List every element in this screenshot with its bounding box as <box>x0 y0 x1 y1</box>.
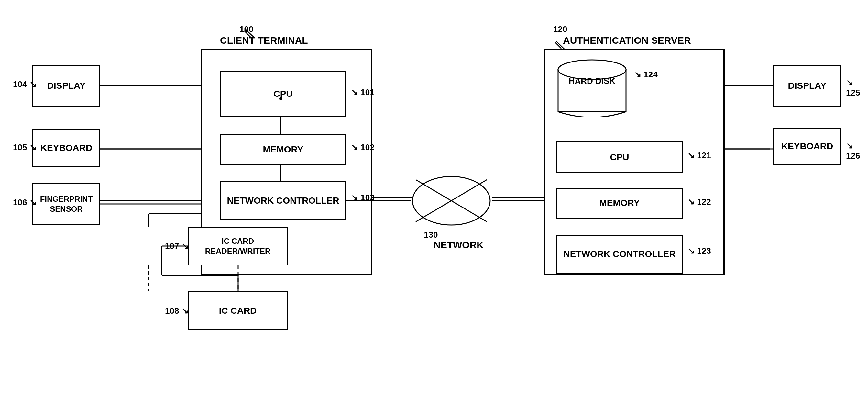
auth-display-ref: ↘ 125 <box>846 78 868 98</box>
client-nc-box: NETWORK CONTROLLER <box>220 181 346 220</box>
client-display-label: DISPLAY <box>47 80 86 92</box>
ic-card-rw-ref: 107 ↘ <box>165 241 189 251</box>
auth-server-label: AUTHENTICATION SERVER <box>563 35 691 46</box>
auth-nc-ref: ↘ 123 <box>687 246 711 256</box>
auth-memory-label: MEMORY <box>599 197 640 209</box>
client-cpu-ref: ↘ 101 <box>351 87 375 97</box>
connection-lines <box>0 0 868 394</box>
client-keyboard-ref: 105 ↘ <box>13 142 36 152</box>
client-fp-box: FINGERPRINT SENSOR <box>32 183 100 225</box>
client-display-box: DISPLAY <box>32 65 100 107</box>
client-cpu-label: CPU <box>273 88 292 100</box>
auth-server-ref: 120 <box>553 24 567 34</box>
client-nc-label: NETWORK CONTROLLER <box>227 195 339 206</box>
auth-nc-label: NETWORK CONTROLLER <box>564 248 676 260</box>
svg-line-17 <box>555 42 561 49</box>
client-memory-ref: ↘ 102 <box>351 142 375 152</box>
client-nc-ref: ↘ 103 <box>351 193 375 203</box>
auth-keyboard-label: KEYBOARD <box>781 141 833 152</box>
svg-line-39 <box>416 180 487 222</box>
ic-card-ref: 108 ↘ <box>165 306 189 316</box>
hard-disk-ref: ↘ 124 <box>634 69 658 80</box>
hard-disk-label: HARD DISK <box>560 76 624 86</box>
network-label: NETWORK <box>434 240 484 251</box>
network-ref: 130 <box>424 230 438 240</box>
client-keyboard-label: KEYBOARD <box>40 142 92 154</box>
auth-keyboard-ref: ↘ 126 <box>846 141 868 161</box>
auth-memory-ref: ↘ 122 <box>687 197 711 207</box>
auth-display-box: DISPLAY <box>773 65 841 107</box>
svg-line-40 <box>416 180 487 222</box>
network-symbol <box>411 175 492 227</box>
extra-lines <box>0 0 868 394</box>
ic-card-label: IC CARD <box>219 305 257 317</box>
client-terminal-label: CLIENT TERMINAL <box>220 35 308 46</box>
ic-card-rw-label: IC CARD READER/WRITER <box>205 236 271 256</box>
client-memory-label: MEMORY <box>263 144 304 156</box>
client-terminal-ref: 100 <box>239 24 253 34</box>
auth-cpu-label: CPU <box>610 151 629 163</box>
auth-keyboard-box: KEYBOARD <box>773 128 841 165</box>
auth-nc-box: NETWORK CONTROLLER <box>556 235 683 274</box>
client-cpu-box: CPU <box>220 71 346 117</box>
auth-cpu-ref: ↘ 121 <box>687 150 711 161</box>
ic-card-rw-box: IC CARD READER/WRITER <box>188 227 288 265</box>
auth-cpu-box: CPU <box>556 141 683 173</box>
ic-card-box: IC CARD <box>188 291 288 330</box>
diagram: CLIENT TERMINAL 100 CPU ↘ 101 MEMORY ↘ 1… <box>0 0 868 394</box>
client-memory-box: MEMORY <box>220 134 346 165</box>
client-fp-ref: 106 ↘ <box>13 197 36 207</box>
svg-point-38 <box>412 176 490 225</box>
client-display-ref: 104 ↘ <box>13 79 36 89</box>
client-fp-label: FINGERPRINT SENSOR <box>40 194 93 214</box>
client-keyboard-box: KEYBOARD <box>32 130 100 167</box>
auth-display-label: DISPLAY <box>788 80 827 92</box>
auth-memory-box: MEMORY <box>556 188 683 219</box>
